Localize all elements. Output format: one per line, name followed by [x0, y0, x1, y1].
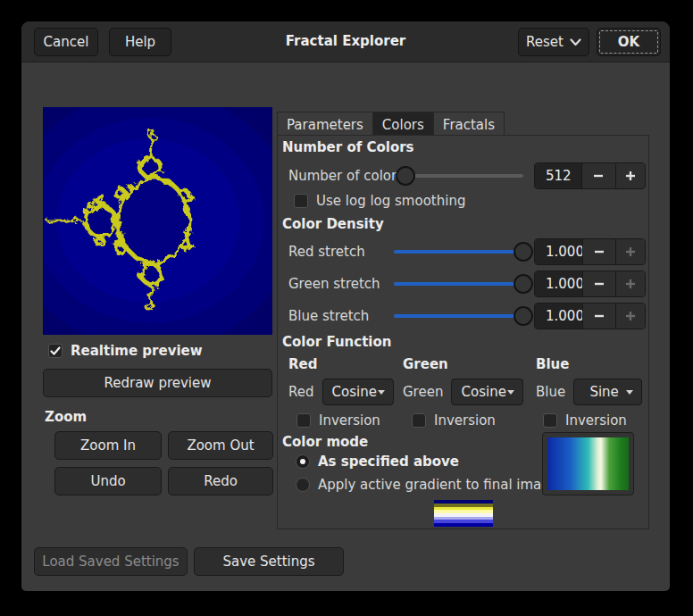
- color-mode-heading: Color mode: [282, 434, 368, 450]
- blue-stretch-value[interactable]: 1.000: [535, 304, 582, 329]
- green-stretch-label: Green stretch: [278, 276, 394, 292]
- tab-strip: Parameters Colors Fractals: [277, 112, 649, 136]
- green-inversion-label: Inversion: [434, 412, 496, 429]
- dropdown-caret-icon: [626, 390, 633, 395]
- fractal-explorer-dialog: Cancel Help Fractal Explorer Reset OK: [21, 21, 670, 591]
- red-stretch-row: Red stretch 1.000: [278, 236, 646, 268]
- tab-strip-filler: [505, 112, 649, 135]
- red-stretch-label: Red stretch: [278, 244, 394, 260]
- red-stretch-spin: 1.000: [534, 238, 646, 265]
- red-inversion-checkbox[interactable]: [296, 413, 311, 428]
- slider-knob[interactable]: [513, 306, 533, 326]
- blue-stretch-row: Blue stretch 1.000: [278, 300, 646, 332]
- green-stretch-slider[interactable]: [394, 274, 523, 294]
- tab-colors[interactable]: Colors: [373, 112, 434, 135]
- redraw-preview-button[interactable]: Redraw preview: [43, 369, 272, 397]
- plus-icon: [625, 311, 636, 321]
- minus-icon: [594, 246, 605, 257]
- color-function-heading: Color Function: [282, 334, 391, 350]
- green-channel-heading: Green: [399, 356, 529, 372]
- load-saved-settings-button: Load Saved Settings: [34, 547, 188, 576]
- dropdown-caret-icon: [378, 390, 385, 395]
- increment-button[interactable]: [615, 163, 645, 188]
- header-bar: Cancel Help Fractal Explorer Reset OK: [21, 21, 670, 62]
- green-stretch-spin: 1.000: [534, 271, 646, 297]
- blue-stretch-spin: 1.000: [534, 303, 646, 329]
- zoom-in-button[interactable]: Zoom In: [54, 431, 162, 460]
- undo-button[interactable]: Undo: [54, 467, 162, 495]
- blue-channel-heading: Blue: [529, 356, 647, 372]
- slider-knob[interactable]: [513, 274, 533, 294]
- green-stretch-row: Green stretch 1.000: [278, 268, 646, 300]
- colors-tab-panel: Number of Colors Number of colors 512: [277, 136, 649, 529]
- apply-gradient-radio[interactable]: [296, 478, 310, 492]
- ok-button[interactable]: OK: [597, 28, 661, 56]
- realtime-preview-row: Realtime preview: [48, 343, 203, 359]
- blue-function-dropdown[interactable]: Sine: [573, 379, 642, 405]
- slider-knob[interactable]: [513, 242, 533, 262]
- gradient-preview-frame[interactable]: [542, 432, 634, 495]
- number-of-colors-value[interactable]: 512: [535, 163, 581, 188]
- gradient-preview: [547, 437, 629, 490]
- apply-gradient-label: Apply active gradient to final image: [318, 477, 558, 493]
- blue-inversion-label: Inversion: [565, 412, 627, 429]
- decrement-button[interactable]: [582, 271, 615, 296]
- red-stretch-value[interactable]: 1.000: [535, 239, 582, 264]
- red-inversion-label: Inversion: [319, 412, 380, 429]
- reset-button[interactable]: Reset: [518, 28, 589, 56]
- log-smoothing-checkbox[interactable]: [294, 194, 308, 208]
- save-settings-button[interactable]: Save Settings: [194, 547, 344, 576]
- reset-button-label: Reset: [526, 34, 564, 50]
- checkmark-icon: [50, 345, 61, 356]
- dropdown-caret-icon: [507, 390, 514, 395]
- as-specified-radio[interactable]: [296, 454, 310, 469]
- minus-icon: [594, 279, 605, 289]
- red-channel-heading: Red: [278, 356, 399, 372]
- plus-icon: [625, 279, 636, 289]
- green-function-dropdown[interactable]: Cosine: [451, 379, 523, 405]
- minus-icon: [594, 311, 605, 321]
- tab-fractals[interactable]: Fractals: [434, 112, 505, 135]
- number-of-colors-row: Number of colors 512: [278, 161, 646, 191]
- plus-icon: [625, 246, 636, 257]
- realtime-preview-label: Realtime preview: [71, 343, 203, 359]
- slider-fill: [394, 282, 523, 286]
- blue-stretch-slider[interactable]: [394, 306, 523, 326]
- as-specified-label: As specified above: [318, 454, 459, 470]
- blue-inversion-checkbox[interactable]: [543, 413, 557, 428]
- decrement-button[interactable]: [581, 163, 614, 188]
- green-inversion-checkbox[interactable]: [412, 413, 426, 428]
- number-of-colors-slider[interactable]: [394, 166, 523, 186]
- green-stretch-value[interactable]: 1.000: [535, 271, 582, 296]
- red-function-dropdown[interactable]: Cosine: [322, 379, 395, 405]
- realtime-preview-checkbox[interactable]: [48, 344, 63, 358]
- fractal-preview[interactable]: [43, 107, 272, 335]
- redo-button[interactable]: Redo: [168, 467, 273, 495]
- red-stretch-slider[interactable]: [394, 242, 523, 262]
- inversion-row: Inversion Inversion Inversion: [278, 411, 647, 430]
- green-function-label: Green: [403, 384, 443, 400]
- increment-button-disabled: [615, 304, 645, 329]
- slider-fill: [394, 250, 523, 254]
- increment-button-disabled: [615, 271, 645, 296]
- decrement-button[interactable]: [582, 304, 615, 329]
- blue-function-value: Sine: [582, 384, 626, 400]
- slider-fill: [394, 314, 523, 318]
- zoom-section-heading: Zoom: [45, 409, 87, 425]
- color-mode-option2-row: Apply active gradient to final image: [296, 477, 558, 493]
- color-density-heading: Color Density: [282, 216, 384, 232]
- zoom-out-button[interactable]: Zoom Out: [168, 431, 273, 460]
- decrement-button[interactable]: [582, 239, 615, 264]
- log-smoothing-label: Use log log smoothing: [316, 193, 465, 209]
- green-function-value: Cosine: [460, 384, 507, 400]
- number-of-colors-spin: 512: [534, 162, 646, 189]
- color-mode-option1-row: As specified above: [296, 454, 459, 470]
- settings-notebook: Parameters Colors Fractals Number of Col…: [277, 112, 649, 529]
- increment-button-disabled: [615, 239, 645, 264]
- slider-knob[interactable]: [396, 166, 415, 186]
- channel-headings-row: Red Green Blue: [278, 355, 647, 373]
- tab-parameters[interactable]: Parameters: [277, 112, 373, 135]
- red-function-label: Red: [288, 384, 314, 400]
- plus-icon: [625, 171, 636, 181]
- minus-icon: [593, 171, 604, 181]
